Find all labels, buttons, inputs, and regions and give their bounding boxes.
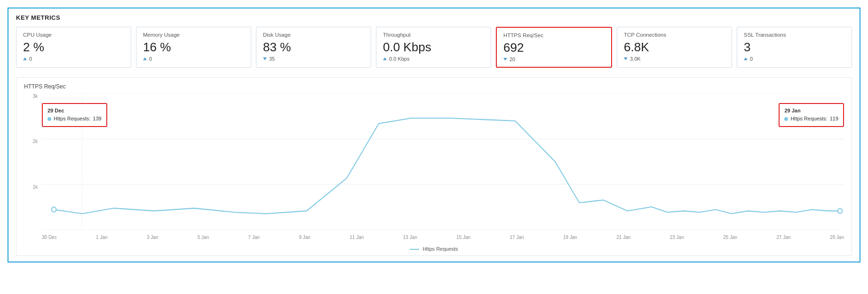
metric-delta-value: 35: [269, 56, 275, 62]
metric-card-disk-usage[interactable]: Disk Usage 83 % 35: [256, 27, 371, 68]
metric-label: CPU Usage: [23, 32, 124, 38]
metric-delta: 0: [23, 56, 124, 62]
arrow-down-icon: [263, 57, 267, 60]
x-label: 3 Jan: [147, 235, 158, 240]
metric-card-ssl-transactions[interactable]: SSL Transactions 3 0: [737, 27, 852, 68]
metric-label: SSL Transactions: [744, 32, 845, 38]
metric-value: 16 %: [143, 40, 244, 54]
tooltip-right-item: Https Requests: 119: [784, 115, 838, 123]
metric-card-tcp-connections[interactable]: TCP Connections 6.8K 3.0K: [617, 27, 732, 68]
metric-value: 2 %: [23, 40, 124, 54]
metric-label: Memory Usage: [143, 32, 244, 38]
x-label: 17 Jan: [510, 235, 524, 240]
chart-y-axis: 3k 2k 1k: [24, 94, 40, 230]
x-label: 29 Jan: [830, 235, 844, 240]
metric-label: Throughput: [383, 32, 484, 38]
arrow-up-icon: [23, 57, 27, 60]
chart-svg: [42, 94, 844, 230]
arrow-up-icon: [383, 57, 387, 60]
legend-label: Https Requests: [422, 246, 458, 252]
x-label: 9 Jan: [299, 235, 310, 240]
metric-delta-value: 3.0K: [630, 56, 641, 62]
chart-section: HTTPS Req/Sec 3k 2k 1k: [16, 77, 852, 256]
x-label: 27 Jan: [777, 235, 791, 240]
tooltip-right: 29 Jan Https Requests: 119: [779, 103, 844, 127]
metrics-row: CPU Usage 2 % 0 Memory Usage 16 % 0 Disk…: [16, 27, 852, 68]
svg-point-5: [52, 207, 56, 212]
arrow-down-icon: [624, 57, 628, 60]
metric-delta-value: 0.0 Kbps: [389, 56, 409, 62]
tooltip-left-label: Https Requests:: [54, 115, 90, 123]
metric-delta-value: 0: [29, 56, 32, 62]
tooltip-left: 29 Dec Https Requests: 139: [42, 103, 107, 127]
metric-value: 6.8K: [624, 40, 725, 54]
metric-value: 83 %: [263, 40, 364, 54]
page-wrapper: KEY METRICS CPU Usage 2 % 0 Memory Usage…: [8, 8, 860, 262]
metric-card-memory-usage[interactable]: Memory Usage 16 % 0: [136, 27, 251, 68]
chart-svg-area: 29 Dec Https Requests: 139 29 Jan Https …: [42, 94, 844, 230]
metric-value: 0.0 Kbps: [383, 40, 484, 54]
y-label-1k: 1k: [32, 184, 38, 190]
chart-x-axis: 30 Dec1 Jan3 Jan5 Jan7 Jan9 Jan11 Jan13 …: [42, 231, 844, 244]
metric-delta-value: 0: [149, 56, 152, 62]
metric-label: Disk Usage: [263, 32, 364, 38]
tooltip-left-dot: [48, 117, 51, 121]
x-label: 13 Jan: [403, 235, 417, 240]
tooltip-right-label: Https Requests:: [790, 115, 827, 123]
x-label: 21 Jan: [616, 235, 630, 240]
tooltip-left-item: Https Requests: 139: [48, 115, 102, 123]
x-label: 7 Jan: [248, 235, 260, 240]
metric-value: 692: [503, 41, 605, 55]
metric-delta: 20: [503, 56, 605, 62]
metric-delta-value: 0: [750, 56, 753, 62]
metric-delta: 3.0K: [624, 56, 725, 62]
chart-title: HTTPS Req/Sec: [24, 83, 844, 90]
x-label: 5 Jan: [198, 235, 209, 240]
tooltip-right-date: 29 Jan: [784, 107, 838, 115]
metric-card-throughput[interactable]: Throughput 0.0 Kbps 0.0 Kbps: [376, 27, 491, 68]
metric-label: HTTPS Req/Sec: [503, 32, 605, 38]
arrow-up-icon: [744, 57, 748, 60]
metric-delta-value: 20: [510, 56, 515, 62]
metric-label: TCP Connections: [624, 32, 725, 38]
chart-container: 3k 2k 1k: [24, 94, 844, 244]
metric-delta: 0: [744, 56, 845, 62]
tooltip-left-value: 139: [93, 115, 101, 123]
arrow-up-icon: [143, 57, 147, 60]
chart-legend: Https Requests: [24, 246, 844, 252]
x-label: 1 Jan: [96, 235, 107, 240]
metric-card-cpu-usage[interactable]: CPU Usage 2 % 0: [16, 27, 131, 68]
y-label-2k: 2k: [32, 139, 38, 144]
legend-dot: [410, 249, 419, 250]
metric-delta: 35: [263, 56, 364, 62]
x-label: 19 Jan: [563, 235, 577, 240]
svg-point-6: [838, 208, 843, 213]
tooltip-right-dot: [784, 117, 788, 121]
x-label: 11 Jan: [350, 235, 364, 240]
tooltip-right-value: 119: [830, 115, 838, 123]
y-label-3k: 3k: [32, 94, 38, 99]
x-label: 30 Dec: [42, 235, 57, 240]
x-label: 15 Jan: [456, 235, 470, 240]
metric-delta: 0.0 Kbps: [383, 56, 484, 62]
arrow-down-icon: [503, 58, 507, 61]
x-label: 23 Jan: [670, 235, 684, 240]
section-title: KEY METRICS: [16, 14, 852, 21]
metric-delta: 0: [143, 56, 244, 62]
x-label: 25 Jan: [723, 235, 737, 240]
tooltip-left-date: 29 Dec: [48, 107, 102, 115]
metric-value: 3: [744, 40, 845, 54]
metric-card-https-req-sec[interactable]: HTTPS Req/Sec 692 20: [496, 27, 612, 68]
